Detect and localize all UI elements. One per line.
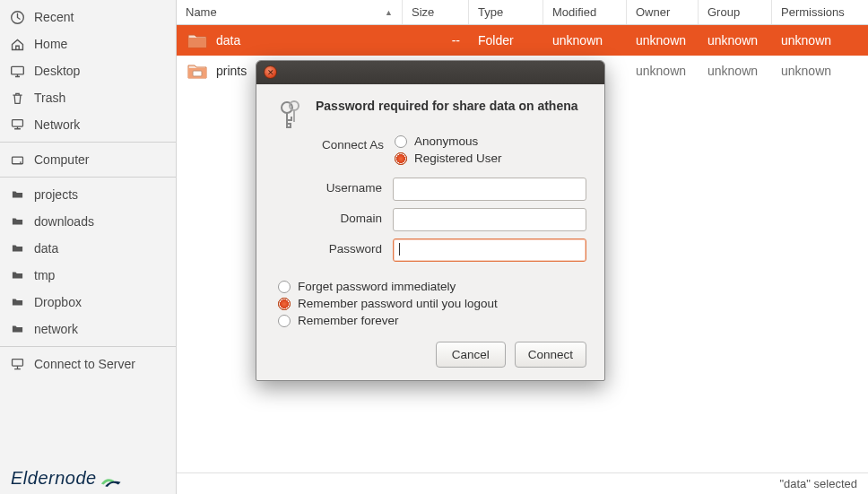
column-header-label: Modified [552, 5, 596, 19]
radio-remember-logout[interactable]: Remember password until you logout [278, 297, 586, 310]
radio-label: Registered User [414, 152, 502, 165]
desktop-icon [9, 63, 25, 79]
sidebar-item-label: Dropbox [34, 295, 82, 309]
svg-rect-5 [12, 359, 22, 366]
sidebar-item-bookmark[interactable]: data [0, 235, 176, 262]
sidebar-item-label: Connect to Server [34, 357, 135, 371]
radio-label: Remember password until you logout [298, 297, 498, 310]
svg-rect-2 [12, 119, 22, 126]
connect-button[interactable]: Connect [515, 342, 586, 368]
column-header-type[interactable]: Type [469, 0, 543, 24]
dialog-heading: Password required for share data on athe… [316, 99, 586, 113]
sidebar-divider [0, 346, 176, 347]
sidebar-item-label: downloads [34, 214, 94, 229]
radio-forget-immediately[interactable]: Forget password immediately [278, 280, 586, 293]
column-headers: Name ▲ Size Type Modified Owner Group Pe… [177, 0, 868, 25]
sidebar-item-label: Trash [34, 91, 65, 105]
radio-anonymous[interactable]: Anonymous [395, 134, 586, 148]
dialog-titlebar[interactable]: ✕ [256, 61, 604, 84]
column-header-size[interactable]: Size [403, 0, 469, 24]
column-header-group[interactable]: Group [699, 0, 772, 24]
column-header-label: Name [186, 5, 217, 19]
file-owner: unknown [627, 33, 699, 48]
sidebar-divider [0, 177, 176, 178]
username-label: Username [317, 178, 393, 195]
radio-icon [395, 152, 407, 165]
radio-remember-forever[interactable]: Remember forever [278, 314, 586, 327]
folder-icon [9, 321, 25, 337]
sidebar-item-home[interactable]: Home [0, 30, 176, 57]
status-text: "data" selected [779, 477, 857, 490]
column-header-name[interactable]: Name ▲ [177, 0, 403, 24]
column-header-label: Type [478, 5, 503, 19]
svg-point-8 [290, 101, 299, 110]
radio-registered-user[interactable]: Registered User [395, 152, 586, 165]
sidebar-item-bookmark[interactable]: network [0, 316, 176, 342]
sidebar-item-bookmark[interactable]: projects [0, 181, 176, 208]
logo-swoosh-icon [100, 472, 120, 485]
sidebar-item-desktop[interactable]: Desktop [0, 57, 176, 84]
username-input[interactable] [393, 178, 586, 201]
trash-icon [9, 90, 25, 106]
password-input[interactable] [393, 238, 586, 262]
folder-icon [186, 59, 209, 82]
home-icon [9, 36, 25, 52]
radio-icon [278, 315, 291, 327]
sidebar: Recent Home Desktop Trash Network Comput… [0, 0, 177, 494]
folder-icon [9, 294, 25, 310]
column-header-label: Size [412, 5, 434, 19]
sidebar-item-label: Computer [34, 152, 89, 167]
svg-rect-3 [12, 157, 22, 164]
sidebar-item-trash[interactable]: Trash [0, 84, 176, 111]
file-size: -- [403, 33, 469, 48]
file-group: unknown [699, 64, 772, 78]
column-header-label: Owner [636, 5, 670, 19]
radio-label: Remember forever [298, 314, 399, 327]
close-button[interactable]: ✕ [264, 65, 277, 79]
status-bar: "data" selected [177, 472, 868, 494]
domain-input[interactable] [393, 208, 586, 231]
file-group: unknown [699, 33, 772, 48]
sort-asc-icon: ▲ [385, 8, 393, 17]
password-label: Password [317, 238, 393, 256]
cancel-button[interactable]: Cancel [436, 342, 506, 368]
folder-icon [9, 267, 25, 283]
sidebar-item-recent[interactable]: Recent [0, 4, 176, 30]
file-row[interactable]: data -- Folder unknown unknown unknown u… [177, 25, 868, 56]
clock-icon [9, 9, 25, 25]
file-owner: unknown [627, 64, 699, 78]
keys-icon [274, 99, 305, 134]
sidebar-item-bookmark[interactable]: downloads [0, 208, 176, 235]
file-permissions: unknown [772, 64, 868, 78]
column-header-owner[interactable]: Owner [627, 0, 699, 24]
radio-icon [395, 135, 407, 148]
radio-label: Anonymous [414, 134, 478, 148]
column-header-label: Group [707, 5, 740, 19]
sidebar-item-label: Desktop [34, 64, 80, 78]
sidebar-item-label: data [34, 241, 58, 256]
sidebar-item-bookmark[interactable]: tmp [0, 262, 176, 289]
eldernode-logo: Eldernode [11, 468, 120, 489]
column-header-permissions[interactable]: Permissions [772, 0, 868, 24]
column-header-modified[interactable]: Modified [543, 0, 627, 24]
sidebar-item-label: Home [34, 37, 67, 51]
sidebar-item-label: projects [34, 187, 78, 202]
column-header-label: Permissions [781, 5, 845, 19]
folder-icon [186, 29, 209, 52]
svg-point-4 [20, 161, 22, 163]
auth-dialog: ✕ Password required for share data on at… [256, 60, 605, 381]
sidebar-divider [0, 142, 176, 143]
sidebar-item-network[interactable]: Network [0, 111, 176, 138]
svg-rect-6 [193, 71, 202, 76]
file-permissions: unknown [772, 33, 868, 48]
sidebar-item-computer[interactable]: Computer [0, 146, 176, 173]
sidebar-item-bookmark[interactable]: Dropbox [0, 289, 176, 316]
sidebar-item-connect-server[interactable]: Connect to Server [0, 351, 176, 377]
file-modified: unknown [543, 33, 627, 48]
folder-icon [9, 186, 25, 203]
file-name: prints [216, 64, 247, 78]
connect-server-icon [9, 356, 25, 372]
radio-label: Forget password immediately [298, 280, 456, 293]
sidebar-item-label: Recent [34, 10, 74, 24]
sidebar-item-label: network [34, 322, 78, 336]
